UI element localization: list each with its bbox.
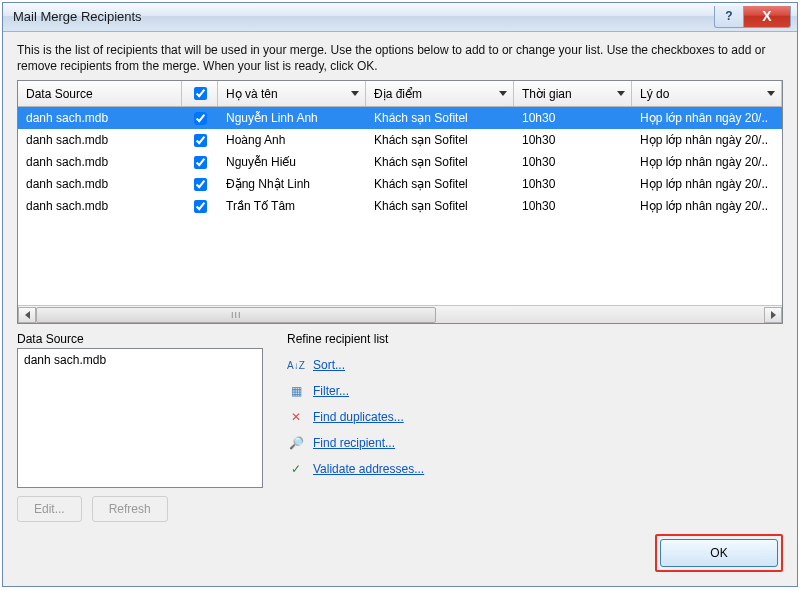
grid-header: Data Source Họ và tên Địa điểm Thời gian — [18, 81, 782, 107]
cell-name: Đặng Nhật Linh — [218, 177, 366, 191]
close-button[interactable]: X — [743, 6, 791, 28]
table-row[interactable]: danh sach.mdbĐặng Nhật LinhKhách sạn Sof… — [18, 173, 782, 195]
recipients-grid: Data Source Họ và tên Địa điểm Thời gian — [17, 80, 783, 324]
data-source-section: Data Source danh sach.mdb Edit... Refres… — [17, 332, 263, 522]
cell-name: Nguyễn Hiếu — [218, 155, 366, 169]
cell-reason: Họp lớp nhân ngày 20/.. — [632, 177, 782, 191]
cell-reason: Họp lớp nhân ngày 20/.. — [632, 133, 782, 147]
filter-icon: ▦ — [287, 382, 305, 400]
table-row[interactable]: danh sach.mdbTrần Tố TâmKhách sạn Sofite… — [18, 195, 782, 217]
refine-filter: ▦ Filter... — [287, 378, 783, 404]
cell-time: 10h30 — [514, 177, 632, 191]
chevron-down-icon — [499, 91, 507, 96]
instruction-text: This is the list of recipients that will… — [17, 42, 783, 74]
window-title: Mail Merge Recipients — [13, 9, 714, 24]
cell-check — [182, 178, 218, 191]
col-header-location[interactable]: Địa điểm — [366, 81, 514, 106]
cell-reason: Họp lớp nhân ngày 20/.. — [632, 155, 782, 169]
titlebar: Mail Merge Recipients ? X — [3, 3, 797, 32]
data-source-item[interactable]: danh sach.mdb — [24, 353, 256, 367]
row-checkbox[interactable] — [194, 112, 207, 125]
col-header-label: Thời gian — [522, 87, 572, 101]
cell-data-source: danh sach.mdb — [18, 199, 182, 213]
cell-name: Hoàng Anh — [218, 133, 366, 147]
cell-data-source: danh sach.mdb — [18, 111, 182, 125]
triangle-right-icon — [771, 311, 776, 319]
cell-data-source: danh sach.mdb — [18, 177, 182, 191]
ok-highlight: OK — [655, 534, 783, 572]
scroll-left-button[interactable] — [18, 307, 36, 323]
cell-data-source: danh sach.mdb — [18, 155, 182, 169]
col-header-check[interactable] — [182, 81, 218, 106]
data-source-list[interactable]: danh sach.mdb — [17, 348, 263, 488]
dialog-content: This is the list of recipients that will… — [3, 32, 797, 534]
cell-name: Nguyễn Linh Anh — [218, 111, 366, 125]
cell-check — [182, 134, 218, 147]
cell-location: Khách sạn Sofitel — [366, 155, 514, 169]
refine-duplicates: ✕ Find duplicates... — [287, 404, 783, 430]
find-link[interactable]: Find recipient... — [313, 436, 395, 450]
close-icon: X — [762, 8, 771, 24]
cell-check — [182, 200, 218, 213]
col-header-label: Data Source — [26, 87, 93, 101]
cell-location: Khách sạn Sofitel — [366, 199, 514, 213]
header-checkbox[interactable] — [194, 87, 207, 100]
col-header-time[interactable]: Thời gian — [514, 81, 632, 106]
duplicates-link[interactable]: Find duplicates... — [313, 410, 404, 424]
cell-name: Trần Tố Tâm — [218, 199, 366, 213]
search-icon: 🔎 — [287, 434, 305, 452]
cell-location: Khách sạn Sofitel — [366, 133, 514, 147]
cell-reason: Họp lớp nhân ngày 20/.. — [632, 111, 782, 125]
refine-validate: ✓ Validate addresses... — [287, 456, 783, 482]
refine-label: Refine recipient list — [287, 332, 783, 346]
refresh-button[interactable]: Refresh — [92, 496, 168, 522]
data-source-label: Data Source — [17, 332, 263, 346]
table-row[interactable]: danh sach.mdbNguyễn Linh AnhKhách sạn So… — [18, 107, 782, 129]
refine-list: A↓Z Sort... ▦ Filter... ✕ Find duplicate… — [287, 352, 783, 482]
cell-check — [182, 112, 218, 125]
edit-button[interactable]: Edit... — [17, 496, 82, 522]
help-button[interactable]: ? — [714, 6, 744, 28]
cell-reason: Họp lớp nhân ngày 20/.. — [632, 199, 782, 213]
cell-location: Khách sạn Sofitel — [366, 177, 514, 191]
chevron-down-icon — [351, 91, 359, 96]
grid-body: danh sach.mdbNguyễn Linh AnhKhách sạn So… — [18, 107, 782, 217]
cell-time: 10h30 — [514, 155, 632, 169]
help-icon: ? — [725, 9, 732, 23]
cell-check — [182, 156, 218, 169]
refine-find: 🔎 Find recipient... — [287, 430, 783, 456]
chevron-down-icon — [767, 91, 775, 96]
filter-link[interactable]: Filter... — [313, 384, 349, 398]
row-checkbox[interactable] — [194, 200, 207, 213]
ok-button[interactable]: OK — [660, 539, 778, 567]
row-checkbox[interactable] — [194, 156, 207, 169]
col-header-name[interactable]: Họ và tên — [218, 81, 366, 106]
horizontal-scrollbar[interactable]: III — [18, 305, 782, 323]
cell-data-source: danh sach.mdb — [18, 133, 182, 147]
cell-time: 10h30 — [514, 133, 632, 147]
lower-panel: Data Source danh sach.mdb Edit... Refres… — [17, 332, 783, 522]
validate-link[interactable]: Validate addresses... — [313, 462, 424, 476]
table-row[interactable]: danh sach.mdbHoàng AnhKhách sạn Sofitel1… — [18, 129, 782, 151]
chevron-down-icon — [617, 91, 625, 96]
dialog-window: Mail Merge Recipients ? X This is the li… — [2, 2, 798, 587]
data-source-buttons: Edit... Refresh — [17, 496, 263, 522]
row-checkbox[interactable] — [194, 134, 207, 147]
col-header-label: Lý do — [640, 87, 669, 101]
dialog-footer: OK — [3, 534, 797, 586]
sort-link[interactable]: Sort... — [313, 358, 345, 372]
col-header-data-source[interactable]: Data Source — [18, 81, 182, 106]
duplicates-icon: ✕ — [287, 408, 305, 426]
cell-location: Khách sạn Sofitel — [366, 111, 514, 125]
refine-sort: A↓Z Sort... — [287, 352, 783, 378]
col-header-reason[interactable]: Lý do — [632, 81, 782, 106]
scroll-right-button[interactable] — [764, 307, 782, 323]
col-header-label: Họ và tên — [226, 87, 278, 101]
cell-time: 10h30 — [514, 111, 632, 125]
table-row[interactable]: danh sach.mdbNguyễn HiếuKhách sạn Sofite… — [18, 151, 782, 173]
triangle-left-icon — [25, 311, 30, 319]
col-header-label: Địa điểm — [374, 87, 422, 101]
scroll-track[interactable]: III — [36, 307, 764, 323]
scroll-thumb[interactable]: III — [36, 307, 436, 323]
row-checkbox[interactable] — [194, 178, 207, 191]
